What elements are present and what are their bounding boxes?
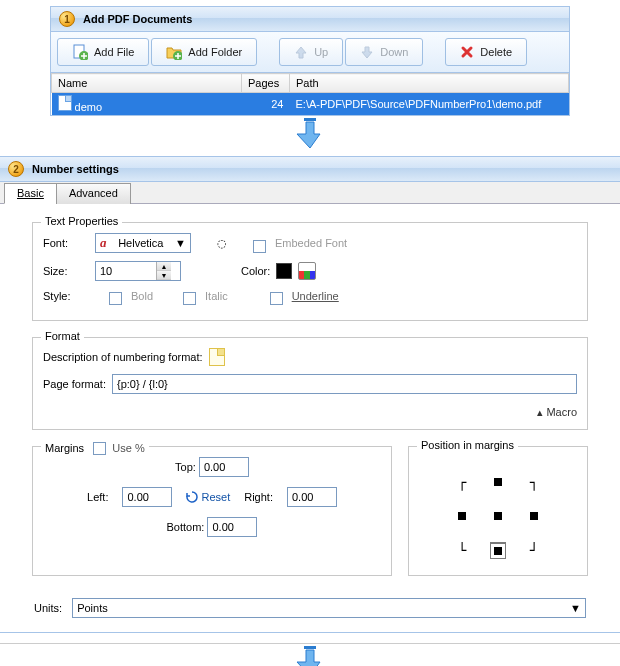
step1-badge: 1 — [59, 11, 75, 27]
col-path[interactable]: Path — [290, 74, 569, 93]
step1-header: 1 Add PDF Documents — [51, 7, 569, 32]
color-picker-button[interactable] — [298, 262, 316, 280]
position-group: Position in margins ┌ ┐ └ ┘ — [408, 446, 588, 576]
up-button[interactable]: Up — [279, 38, 343, 66]
down-label: Down — [380, 46, 408, 58]
loading-icon: ◌ — [217, 237, 227, 250]
italic-checkbox[interactable] — [183, 292, 196, 305]
color-swatch — [276, 263, 292, 279]
step1-panel: 1 Add PDF Documents Add File Add Folder … — [50, 6, 570, 116]
bold-label: Bold — [131, 290, 153, 302]
bottom-input[interactable] — [207, 517, 257, 537]
underline-checkbox[interactable] — [270, 292, 283, 305]
down-icon — [360, 45, 374, 59]
down-button[interactable]: Down — [345, 38, 423, 66]
spin-buttons[interactable]: ▲▼ — [156, 262, 171, 280]
add-folder-button[interactable]: Add Folder — [151, 38, 257, 66]
table-row[interactable]: demo 24 E:\A-PDF\PDF\Source\PDFNumberPro… — [52, 93, 569, 116]
cell-path: E:\A-PDF\PDF\Source\PDFNumberPro1\demo.p… — [290, 93, 569, 116]
reset-link[interactable]: Reset — [186, 491, 230, 503]
step1-toolbar: Add File Add Folder Up Down Delete — [51, 32, 569, 73]
svg-rect-3 — [304, 118, 316, 121]
add-file-label: Add File — [94, 46, 134, 58]
step2-panel: 2 Number settings Basic Advanced Text Pr… — [0, 156, 620, 633]
cell-name: demo — [75, 101, 103, 113]
up-label: Up — [314, 46, 328, 58]
divider — [0, 643, 620, 644]
embedded-checkbox[interactable] — [253, 240, 266, 253]
font-label: Font: — [43, 237, 89, 249]
underline-label: Underline — [292, 290, 339, 302]
pos-bot-right[interactable]: ┘ — [518, 535, 550, 565]
italic-label: Italic — [205, 290, 228, 302]
units-combo[interactable]: Points ▼ — [72, 598, 586, 618]
reset-icon — [186, 491, 198, 503]
style-label: Style: — [43, 290, 89, 302]
position-grid: ┌ ┐ └ ┘ — [419, 467, 577, 565]
font-combo[interactable]: a Helvetica ▼ — [95, 233, 191, 253]
pdf-icon — [58, 95, 72, 111]
font-a-icon: a — [100, 235, 107, 251]
top-label: Top: — [175, 461, 196, 473]
text-properties-legend: Text Properties — [41, 215, 122, 227]
bottom-label: Bottom: — [167, 521, 205, 533]
use-percent-label: Use % — [112, 442, 144, 454]
page-format-input[interactable] — [112, 374, 577, 394]
units-label: Units: — [34, 602, 62, 614]
use-percent-checkbox[interactable] — [93, 442, 106, 455]
text-properties-group: Text Properties Font: a Helvetica ▼ ◌ Em… — [32, 222, 588, 321]
chevron-down-icon: ▼ — [570, 602, 581, 614]
col-name[interactable]: Name — [52, 74, 242, 93]
col-pages[interactable]: Pages — [242, 74, 290, 93]
pos-mid-center[interactable] — [482, 501, 514, 531]
chevron-down-icon: ▼ — [175, 237, 186, 249]
page-format-label: Page format: — [43, 378, 106, 390]
bold-checkbox[interactable] — [109, 292, 122, 305]
add-folder-icon — [166, 44, 182, 60]
tab-basic[interactable]: Basic — [4, 183, 57, 204]
font-value: Helvetica — [118, 237, 163, 249]
pos-mid-right[interactable] — [518, 501, 550, 531]
margins-group: Margins Use % Top: Left: Reset Right: Bo… — [32, 446, 392, 576]
size-spinner[interactable]: ▲▼ — [95, 261, 181, 281]
cell-pages: 24 — [242, 93, 290, 116]
pos-bot-left[interactable]: └ — [446, 535, 478, 565]
add-file-icon — [72, 44, 88, 60]
format-desc-label: Description of numbering format: — [43, 351, 203, 363]
tabs: Basic Advanced — [0, 182, 620, 204]
arrow-divider-2 — [0, 646, 620, 666]
format-legend: Format — [41, 330, 84, 342]
left-input[interactable] — [122, 487, 172, 507]
macro-toggle[interactable]: ▴ Macro — [43, 402, 577, 419]
step2-badge: 2 — [8, 161, 24, 177]
delete-button[interactable]: Delete — [445, 38, 527, 66]
pos-mid-left[interactable] — [446, 501, 478, 531]
file-table: Name Pages Path demo 24 E:\A-PDF\PDF\Sou… — [51, 73, 569, 115]
right-label: Right: — [244, 491, 273, 503]
pos-top-right[interactable]: ┐ — [518, 467, 550, 497]
size-label: Size: — [43, 265, 89, 277]
step2-title: Number settings — [32, 163, 119, 175]
units-value: Points — [77, 602, 108, 614]
arrow-divider-1 — [0, 118, 620, 152]
pos-bot-center[interactable] — [482, 535, 514, 565]
units-row: Units: Points ▼ — [32, 592, 588, 618]
right-input[interactable] — [287, 487, 337, 507]
add-file-button[interactable]: Add File — [57, 38, 149, 66]
settings-body: Text Properties Font: a Helvetica ▼ ◌ Em… — [0, 204, 620, 632]
svg-rect-4 — [304, 646, 316, 649]
top-input[interactable] — [199, 457, 249, 477]
pos-top-left[interactable]: ┌ — [446, 467, 478, 497]
delete-label: Delete — [480, 46, 512, 58]
size-input[interactable] — [96, 265, 156, 277]
pos-top-center[interactable] — [482, 467, 514, 497]
up-icon — [294, 45, 308, 59]
left-label: Left: — [87, 491, 108, 503]
format-group: Format Description of numbering format: … — [32, 337, 588, 430]
color-label: Color: — [241, 265, 270, 277]
add-folder-label: Add Folder — [188, 46, 242, 58]
embedded-label: Embeded Font — [275, 237, 347, 249]
step1-title: Add PDF Documents — [83, 13, 192, 25]
tab-advanced[interactable]: Advanced — [56, 183, 131, 204]
page-icon[interactable] — [209, 348, 225, 366]
